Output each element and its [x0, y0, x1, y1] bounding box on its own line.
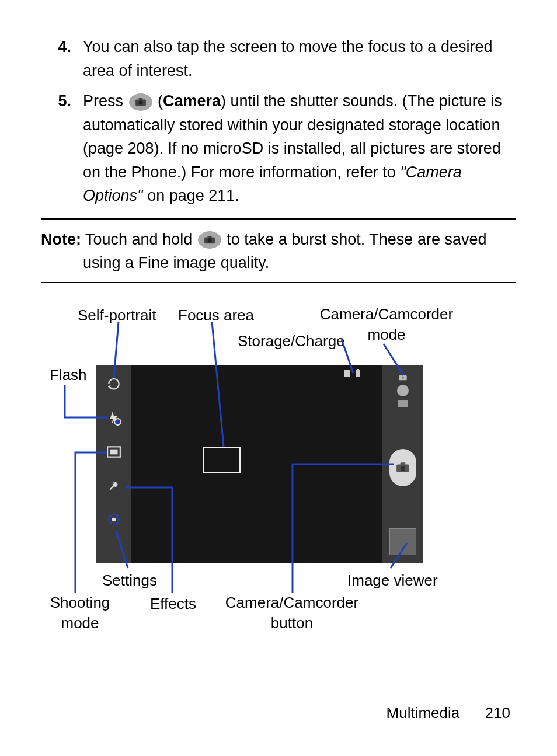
- label-storage: Storage/Charge: [238, 330, 345, 353]
- storage-icon: [343, 368, 352, 378]
- label-effects: Effects: [150, 593, 196, 615]
- label-image-viewer: Image viewer: [347, 569, 438, 592]
- svg-rect-2: [138, 98, 142, 100]
- shooting-mode-icon[interactable]: [105, 443, 123, 461]
- note-label: Note:: [41, 231, 81, 248]
- settings-icon[interactable]: [105, 511, 123, 528]
- camera-screenshot: [96, 365, 423, 563]
- label-self-portrait: Self-portrait: [78, 304, 156, 327]
- camcorder-small-icon: [398, 400, 408, 407]
- label-flash: Flash: [50, 364, 87, 386]
- image-viewer-thumb[interactable]: [389, 528, 416, 555]
- svg-rect-24: [401, 462, 406, 465]
- camera-word: Camera: [163, 92, 221, 110]
- svg-line-18: [109, 522, 111, 524]
- left-toolbar: [96, 365, 131, 563]
- battery-icon: [354, 368, 361, 378]
- step5-part-a: Press: [83, 92, 128, 110]
- camera-icon: [129, 93, 152, 111]
- svg-line-17: [116, 522, 118, 524]
- step5-part-b: (: [158, 92, 163, 110]
- camera-icon: [198, 231, 221, 249]
- step-4-text: You can also tap the screen to move the …: [83, 35, 516, 82]
- svg-line-19: [116, 515, 118, 517]
- label-settings: Settings: [102, 569, 157, 592]
- svg-line-16: [109, 515, 111, 517]
- label-focus-area: Focus area: [178, 304, 254, 327]
- mode-dot: [397, 385, 409, 396]
- mode-toggle[interactable]: [397, 373, 409, 407]
- note-box: Note: Touch and hold to take a burst sho…: [41, 218, 516, 283]
- status-icons: [343, 368, 361, 378]
- svg-point-21: [402, 376, 405, 379]
- note-t1: Touch and hold: [81, 231, 197, 248]
- page-footer: Multimedia 210: [387, 702, 510, 724]
- camera-small-icon: [398, 373, 408, 381]
- svg-point-1: [138, 100, 142, 104]
- label-cam-button: Camera/Camcorder button: [225, 593, 359, 633]
- step-5-text: Press (Camera) until the shutter sounds.…: [83, 89, 516, 208]
- step-4: 4. You can also tap the screen to move t…: [41, 35, 516, 82]
- focus-rectangle: [203, 447, 241, 473]
- footer-page: 210: [485, 704, 510, 722]
- svg-rect-10: [110, 449, 118, 454]
- svg-point-11: [112, 517, 116, 521]
- step-5: 5. Press (Camera) until the shutter soun…: [41, 89, 516, 208]
- effects-icon[interactable]: [105, 477, 123, 494]
- right-toolbar: [382, 365, 423, 563]
- camera-diagram: Self-portrait Focus area Camera/Camcorde…: [51, 301, 506, 628]
- step-5-number: 5.: [41, 89, 83, 208]
- note-text: Note: Touch and hold to take a burst sho…: [41, 228, 516, 275]
- self-portrait-icon[interactable]: [105, 375, 123, 393]
- svg-rect-26: [357, 369, 359, 370]
- shutter-button[interactable]: [389, 449, 416, 486]
- svg-rect-25: [356, 370, 360, 377]
- footer-section: Multimedia: [387, 704, 460, 722]
- svg-point-23: [401, 465, 406, 471]
- svg-point-4: [207, 239, 211, 243]
- viewfinder[interactable]: [131, 365, 382, 563]
- step-4-number: 4.: [41, 35, 83, 82]
- label-shooting-mode: Shooting mode: [45, 593, 115, 633]
- flash-icon[interactable]: [105, 409, 123, 427]
- step5-part-d: on page 211.: [143, 187, 239, 204]
- svg-line-8: [116, 420, 120, 424]
- svg-rect-5: [207, 236, 211, 238]
